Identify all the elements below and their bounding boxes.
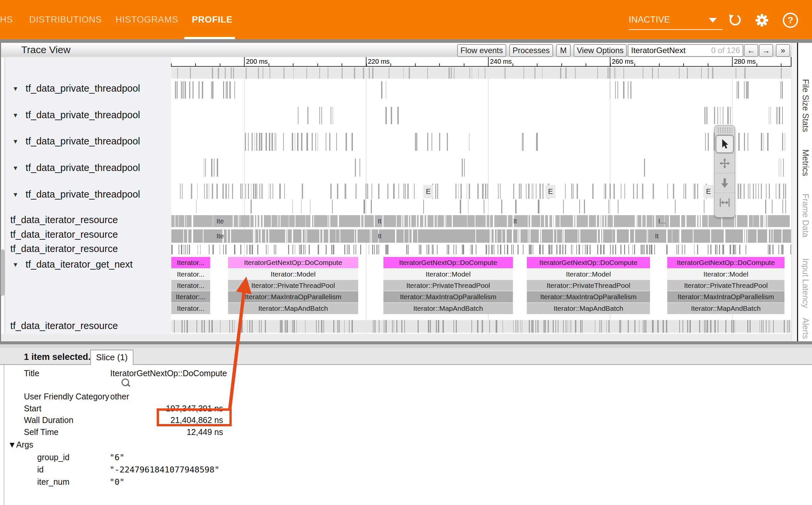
trace-event-tick: [532, 184, 533, 199]
trace-event-tick: [274, 245, 274, 254]
toolbar-button-[interactable]: →: [759, 44, 773, 57]
track-threadpool-2[interactable]: [171, 107, 791, 124]
track-label-tf_data_private_threadpool[interactable]: ▾tf_data_private_threadpool: [5, 136, 171, 148]
slice-iterator-model[interactable]: Iterator::Model: [667, 269, 784, 280]
analysis-tab-alerts[interactable]: Alerts: [801, 318, 810, 339]
track-iterator-resource-2[interactable]: IteItIt: [171, 229, 791, 243]
slice-iterator-privatethreadpool[interactable]: Iterator::PrivateThreadPool: [228, 280, 358, 291]
track-label-tf_data_private_threadpool[interactable]: ▾tf_data_private_threadpool: [5, 189, 171, 201]
slice-title-label: It: [655, 229, 659, 243]
trace-event-tick: [212, 184, 213, 199]
track-iterator-resource-1[interactable]: IteItItI...: [171, 215, 791, 227]
trace-event-tick: [177, 81, 178, 99]
settings-icon[interactable]: [754, 13, 770, 28]
pan-tool-button[interactable]: [715, 153, 735, 173]
slice-iterator-mapandbatch[interactable]: Iterator::MapAndBatch: [667, 303, 784, 314]
event-marker[interactable]: E: [423, 185, 433, 198]
expander-triangle-icon[interactable]: ▾: [14, 260, 17, 269]
tab-hs[interactable]: HS: [0, 15, 13, 25]
slice-iterator-get-next-op[interactable]: IteratorGetNextOp::DoCompute: [667, 257, 784, 268]
slice-iterator-model[interactable]: Iterator::Model: [228, 269, 358, 280]
timing-tool-button[interactable]: [715, 193, 735, 212]
event-marker[interactable]: E: [546, 185, 555, 198]
tab-distributions[interactable]: DISTRIBUTIONS: [29, 15, 102, 25]
slice-iterator-mapandbatch[interactable]: Iterator::MapAndBatch: [228, 303, 358, 314]
track-label-tf_data_iterator_resource[interactable]: tf_data_iterator_resource: [5, 229, 171, 241]
expander-triangle-icon[interactable]: ▾: [14, 111, 17, 120]
track-label-tf_data_private_threadpool[interactable]: ▾tf_data_private_threadpool: [5, 110, 171, 122]
track-iterator-resource-4[interactable]: [171, 320, 791, 333]
track-name: tf_data_private_threadpool: [26, 136, 140, 147]
slice-iterator-mapandbatch[interactable]: Iterator::MapAndBatch: [383, 303, 513, 314]
track-label-tf_data_iterator_resource[interactable]: tf_data_iterator_resource: [5, 214, 171, 226]
panel-splitter[interactable]: [0, 341, 812, 344]
trace-event-tick: [636, 215, 637, 227]
slice-iterator-get-next-op[interactable]: IteratorGetNextOp::DoCompute: [527, 257, 650, 268]
find-slice-magnifier-icon[interactable]: [122, 378, 129, 386]
track-label-tf_data_iterator_resource[interactable]: tf_data_iterator_resource: [5, 243, 171, 255]
trace-event-tick: [658, 67, 659, 79]
analysis-tab-frame-data[interactable]: Frame Data: [801, 194, 810, 237]
slice-iterator-mapandbatch[interactable]: Iterator::MapAndBatch: [527, 303, 650, 314]
toolbar-button-[interactable]: »: [776, 44, 790, 57]
toolbar-button-[interactable]: ←: [744, 44, 758, 57]
track-label-tf_data_private_threadpool[interactable]: ▾tf_data_private_threadpool: [5, 83, 171, 95]
trace-event-tick: [642, 245, 643, 254]
slice-iterator-privatethreadpool[interactable]: Iterator::PrivateThreadPool: [667, 280, 784, 291]
palette-grip-handle[interactable]: [717, 127, 732, 134]
slice-iterator-model[interactable]: Iterator::Model: [527, 269, 650, 280]
analysis-tab-input-latency[interactable]: Input Latency: [801, 258, 810, 308]
track-threadpool-5[interactable]: EEE: [171, 184, 791, 199]
vertical-scrollbar[interactable]: [791, 43, 797, 345]
slice-iterator-maxintraopparallelism[interactable]: Iterator::MaxIntraOpParallelism: [228, 291, 358, 303]
expander-triangle-icon[interactable]: ▾: [14, 190, 17, 199]
slice-tab[interactable]: Slice (1): [90, 350, 134, 365]
trace-event-tick: [223, 81, 224, 99]
slice-iterator-privatethreadpool[interactable]: Iterator::PrivateThreadPool: [527, 280, 650, 291]
selection-tool-button[interactable]: [716, 135, 734, 153]
track-threadpool-3[interactable]: [171, 133, 791, 151]
tab-histograms[interactable]: HISTOGRAMS: [116, 15, 178, 25]
slice-iterator-maxintraopparallelism[interactable]: Iterator::MaxIntraOpParallelism: [667, 291, 784, 303]
args-section-header[interactable]: ▼Args: [8, 440, 33, 450]
scrollbar-thumb[interactable]: [1, 249, 5, 296]
analysis-tab-file-size-stats[interactable]: File Size Stats: [801, 79, 810, 132]
track-label-panel: ▾tf_data_private_threadpool▾tf_data_priv…: [5, 57, 171, 334]
help-icon[interactable]: ?: [783, 13, 798, 28]
trace-event-tick: [673, 184, 674, 199]
expander-triangle-icon[interactable]: ▾: [14, 84, 17, 93]
toolbar-button-flowevents[interactable]: Flow events: [457, 44, 506, 57]
zoom-tool-button[interactable]: [715, 173, 735, 193]
track-label-tf_data_private_threadpool[interactable]: ▾tf_data_private_threadpool: [5, 162, 171, 174]
slice-iterator-[interactable]: Iterator...: [171, 303, 210, 314]
analysis-tab-metrics[interactable]: Metrics: [801, 149, 810, 176]
slice-iterator-maxintraopparallelism[interactable]: Iterator::MaxIntraOpParallelism: [383, 291, 513, 303]
slice-iterator-[interactable]: Iterator...: [171, 269, 210, 280]
slice-iterator-get-next-op[interactable]: IteratorGetNextOp::DoCompute: [383, 257, 513, 268]
search-input[interactable]: IteratorGetNext 0 of 126: [628, 44, 743, 57]
slice-iterator-[interactable]: Iterator:...: [171, 291, 210, 303]
slice-iterator-[interactable]: Iterator...: [171, 280, 210, 291]
track-label-tf_data_iterator_resource[interactable]: tf_data_iterator_resource: [5, 320, 171, 332]
track-label-tf_data_iterator_get_next[interactable]: ▾tf_data_iterator_get_next: [5, 259, 171, 271]
expander-triangle-icon[interactable]: ▾: [14, 137, 17, 146]
toolbar-button-processes[interactable]: Processes: [509, 44, 553, 57]
refresh-icon[interactable]: [727, 13, 742, 28]
slice-iterator-get-next-op[interactable]: Iterator...: [171, 257, 210, 268]
track-threadpool-1[interactable]: [171, 81, 791, 99]
track-partial-top[interactable]: [171, 67, 791, 79]
toolbar-button-m[interactable]: M: [556, 44, 571, 57]
slice-iterator-maxintraopparallelism[interactable]: Iterator::MaxIntraOpParallelism: [527, 291, 650, 303]
track-threadpool-4[interactable]: [171, 159, 791, 177]
toolbar-button-viewoptions[interactable]: View Options: [574, 44, 627, 57]
slice-iterator-model[interactable]: Iterator::Model: [383, 269, 513, 280]
tab-profile[interactable]: PROFILE: [192, 15, 233, 25]
run-status-dropdown[interactable]: INACTIVE: [629, 15, 723, 30]
slice-iterator-get-next-op[interactable]: IteratorGetNextOp::DoCompute: [228, 257, 358, 268]
track-iterator-resource-3[interactable]: [171, 245, 791, 254]
track-threadpool-5-lower[interactable]: [171, 199, 791, 213]
slice-iterator-privatethreadpool[interactable]: Iterator::PrivateThreadPool: [383, 280, 513, 291]
expander-triangle-icon[interactable]: ▾: [14, 164, 17, 172]
trace-event-tick: [319, 67, 320, 79]
event-marker[interactable]: E: [703, 185, 714, 198]
